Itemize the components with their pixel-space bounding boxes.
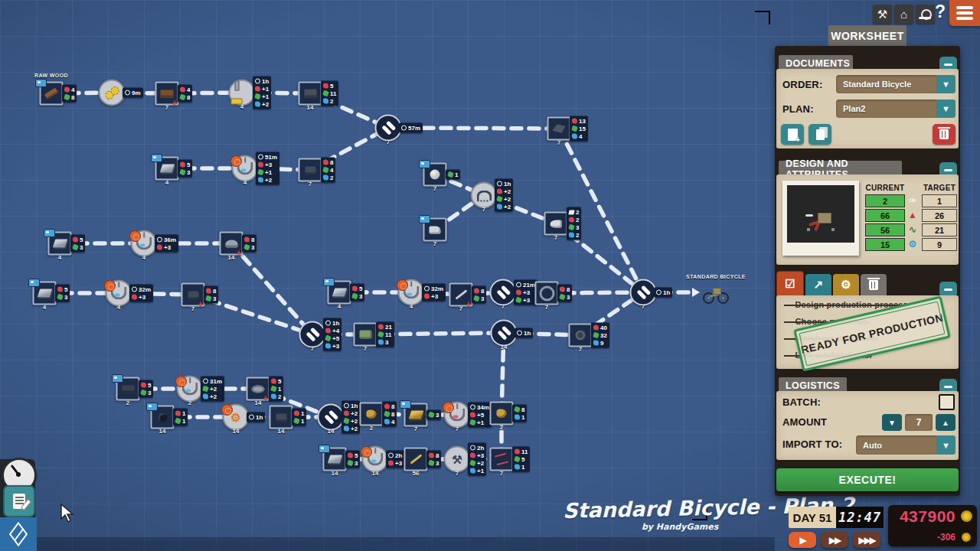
node-badges: 1h	[514, 328, 533, 338]
assembly-icon	[633, 282, 652, 302]
node-count: 14	[328, 428, 335, 435]
green-attribute-icon	[515, 297, 522, 304]
green-attribute-icon	[469, 419, 476, 426]
play-button[interactable]: ▶	[789, 532, 816, 548]
import-tag-icon	[151, 154, 162, 162]
clock-icon	[656, 290, 662, 295]
node-count: 14	[233, 428, 240, 435]
tab-statistics[interactable]: ↗	[805, 274, 831, 295]
board-icon	[161, 90, 174, 97]
green-attribute-icon	[343, 418, 350, 425]
red-attribute-icon	[132, 295, 137, 300]
rod-icon	[455, 289, 467, 299]
fast-forward-button[interactable]: ▶▶	[821, 532, 848, 548]
document-pencil-icon	[13, 494, 25, 509]
mouse-cursor	[60, 504, 77, 523]
node-badges: 83	[557, 285, 572, 302]
chevron-down-icon[interactable]: ▼	[936, 99, 956, 118]
menu-icon[interactable]	[949, 0, 980, 26]
amount-increase-button[interactable]: ▲	[936, 414, 956, 431]
import-tag-icon	[318, 445, 330, 453]
import-tag-icon	[323, 278, 335, 286]
red-attribute-icon	[352, 286, 358, 292]
chevron-down-icon[interactable]: ▼	[936, 435, 956, 455]
green-attribute-icon	[257, 169, 264, 176]
node-count: 7	[364, 345, 367, 352]
node-badges: 842	[321, 158, 335, 183]
amount-value[interactable]: 7	[905, 414, 933, 431]
node-count: 56	[413, 470, 420, 477]
tools-icon[interactable]: ⚒	[873, 5, 892, 24]
warning-mark: +	[263, 394, 268, 403]
node-badges: 51m+3+1+2	[256, 152, 279, 185]
red-attribute-icon	[344, 411, 349, 416]
node-badges: 1h+2+2+2	[495, 179, 513, 212]
bottom-shade	[0, 537, 775, 551]
clock-icon	[516, 282, 521, 288]
node-badges: 48	[62, 85, 77, 103]
import-to-dropdown[interactable]: Auto ▼	[856, 435, 956, 455]
node-badges: 32m+3	[129, 285, 153, 302]
bicycle-image	[798, 208, 844, 239]
dome-icon	[225, 240, 237, 247]
delete-plan-button[interactable]	[933, 124, 956, 145]
red-attribute-icon	[470, 453, 475, 458]
chevron-down-icon[interactable]: ▼	[936, 75, 956, 93]
block-icon	[122, 385, 134, 393]
node-badges: 53	[350, 284, 364, 302]
new-document-icon	[788, 129, 798, 141]
node-badges: 40329	[591, 323, 609, 348]
node-badges: 31m+2+2	[201, 377, 224, 402]
node-badges: 11	[173, 409, 188, 426]
cube-icon	[9, 522, 28, 546]
blue-attribute-icon	[384, 419, 390, 425]
plank-icon	[44, 88, 58, 99]
blue-attribute-icon	[323, 99, 328, 104]
node-count: 14	[307, 104, 314, 111]
node-count: 4	[165, 179, 168, 186]
home-icon[interactable]: ⌂	[894, 5, 913, 24]
node-badges: 21113	[376, 322, 394, 347]
node-count: 7	[501, 303, 505, 310]
node-badges: 53	[178, 160, 192, 178]
blue-attribute-icon	[271, 394, 276, 399]
order-dropdown[interactable]: Standard Bicycle ▼	[836, 75, 956, 93]
tab-production[interactable]: ⚙	[833, 274, 859, 295]
topbar: ⚒ ⌂	[873, 5, 935, 24]
checklist-collapse-button[interactable]	[939, 282, 957, 297]
red-attribute-icon	[57, 287, 63, 292]
tab-discard[interactable]	[861, 274, 887, 295]
node-badges: 53	[139, 380, 153, 398]
tab-checklist[interactable]: ☑	[776, 271, 804, 297]
checklist-section: — Design production process.— Choose mat…	[776, 295, 959, 369]
amount-label: AMOUNT	[782, 416, 827, 428]
node-count: 7	[456, 470, 459, 477]
node-label: STANDARD BICYCLE	[686, 274, 746, 279]
execute-button[interactable]: EXECUTE!	[776, 468, 959, 491]
red-attribute-icon	[271, 379, 276, 384]
import-tag-icon	[146, 403, 158, 411]
amount-decrease-button[interactable]: ▼	[882, 414, 902, 431]
new-plan-button[interactable]	[781, 124, 804, 145]
sheets-icon	[332, 289, 347, 297]
plan-dropdown[interactable]: Plan2 ▼	[836, 99, 956, 118]
node-badges: 53	[345, 451, 360, 468]
node-badges: 2h+3+2+1	[468, 443, 486, 476]
copy-plan-button[interactable]	[808, 124, 831, 145]
assembly-icon	[378, 118, 397, 137]
gsheets-icon	[408, 411, 423, 419]
planner-mode-button[interactable]	[0, 517, 37, 551]
batch-checkbox[interactable]	[939, 394, 955, 410]
fastest-forward-button[interactable]: ▶▶▶	[853, 532, 880, 548]
node-badges: 2h+3	[386, 451, 404, 468]
help-icon[interactable]: ?	[935, 2, 946, 22]
worksheet-dock-button[interactable]	[3, 485, 35, 517]
node-badges: 512	[269, 377, 283, 402]
node-count: 4	[338, 303, 341, 310]
node-badges: 1151	[512, 447, 530, 472]
copy-icon	[816, 129, 825, 140]
green-attribute-icon	[428, 412, 435, 419]
node-badges: 53	[55, 285, 70, 302]
part-icon	[188, 291, 198, 298]
snail-icon[interactable]	[916, 5, 935, 24]
